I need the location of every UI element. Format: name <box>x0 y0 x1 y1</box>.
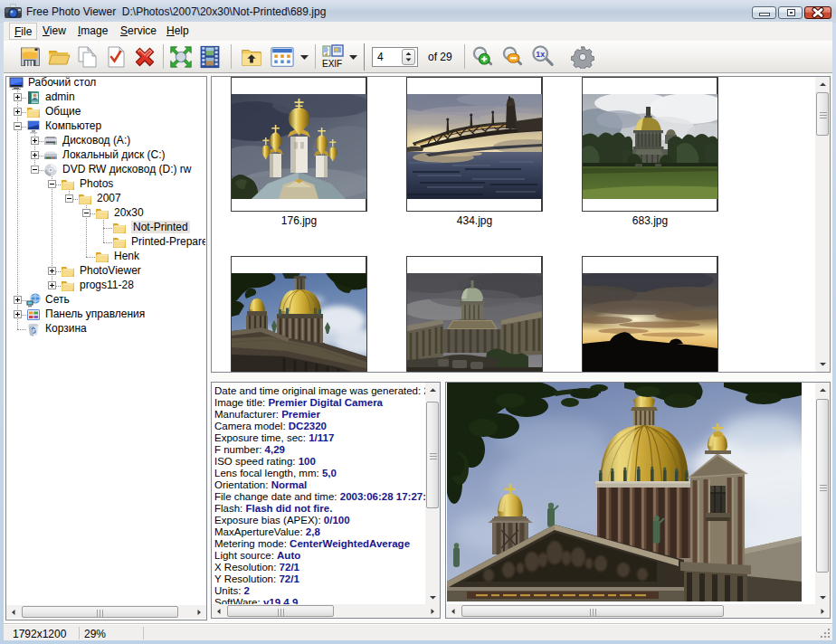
svg-text:1x: 1x <box>536 50 545 59</box>
